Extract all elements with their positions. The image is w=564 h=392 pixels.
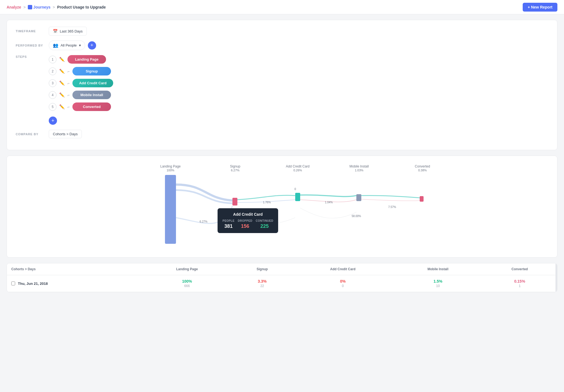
pct-signup: 6.27% <box>231 169 239 172</box>
compare-by-row: COMPARE BY Cohorts > Days <box>16 130 548 138</box>
step-edit-icon-4[interactable]: ✏️ <box>59 92 65 98</box>
td-converted: 0.15% 1 <box>482 275 557 292</box>
th-signup: Signup <box>232 263 292 275</box>
table-header-row: Cohorts > Days Landing Page Signup Add C… <box>7 263 557 275</box>
pct-converted: 0.38% <box>418 169 427 172</box>
pct-landing: 100% <box>167 169 174 172</box>
converted-pct: 0.15% <box>487 279 553 283</box>
timeframe-row: TIMEFRAME 📅 Last 365 Days <box>16 27 548 36</box>
step-edit-icon-5[interactable]: ✏️ <box>59 104 65 109</box>
bar-mobile <box>356 194 361 201</box>
flow-mobile-converted-1 <box>361 196 420 198</box>
main-content: TIMEFRAME 📅 Last 365 Days PERFORMED BY 👥… <box>0 14 564 298</box>
steps-container: 1 ✏️ Landing Page 2 ✏️ ⌐ Signup 3 ✏️ ⌐ A… <box>49 55 113 125</box>
calendar-icon: 📅 <box>53 29 58 33</box>
row-date: Thu, Jun 21, 2018 <box>18 282 48 286</box>
anno-4: 58.00% <box>352 215 361 218</box>
tooltip-people-value: 381 <box>223 223 235 229</box>
step-num-3: 3 <box>49 79 56 87</box>
add-filter-button[interactable]: + <box>88 41 96 50</box>
td-mobile: 1.5% 10 <box>394 275 482 292</box>
separator-1: > <box>23 5 26 9</box>
bar-converted <box>420 196 424 202</box>
tooltip-people-label: PEOPLE <box>223 219 235 222</box>
label-landing: Landing Page <box>160 164 181 168</box>
compare-by-button[interactable]: Cohorts > Days <box>49 130 82 138</box>
flow-main-1 <box>176 185 232 201</box>
funnel-chart: Landing Page 100% Signup 6.27% Add Credi… <box>13 163 551 251</box>
step-num-1: 1 <box>49 56 56 63</box>
steps-label: STEPS <box>16 55 49 58</box>
tooltip-dropped-label: DROPPED <box>238 219 253 222</box>
bar-credit <box>295 193 300 201</box>
pct-mobile: 1.03% <box>355 169 363 172</box>
th-credit: Add Credit Card <box>292 263 394 275</box>
performed-by-value: All People <box>61 43 77 47</box>
step-item-1: 1 ✏️ Landing Page <box>49 55 113 64</box>
row-checkbox[interactable] <box>11 282 15 285</box>
step-edit-icon-2[interactable]: ✏️ <box>59 69 65 74</box>
step-branch-icon-2[interactable]: ⌐ <box>67 69 70 74</box>
tooltip-dropped-value: 156 <box>238 223 253 229</box>
row-checkbox-container: Thu, Jun 21, 2018 <box>11 282 137 286</box>
credit-count: 0 <box>296 284 389 288</box>
anno-6: 6.27% <box>200 220 207 223</box>
signup-count: 22 <box>237 284 288 288</box>
people-icon: 👥 <box>53 43 58 48</box>
flow-signup-credit-1 <box>237 195 295 200</box>
bar-landing <box>165 175 176 244</box>
th-mobile: Mobile Install <box>394 263 482 275</box>
config-card: TIMEFRAME 📅 Last 365 Days PERFORMED BY 👥… <box>7 20 557 150</box>
step-num-4: 4 <box>49 91 56 99</box>
separator-2: > <box>53 5 55 9</box>
journeys-link[interactable]: Journeys <box>28 5 50 9</box>
timeframe-label: TIMEFRAME <box>16 29 49 33</box>
performed-by-button[interactable]: 👥 All People ▾ <box>49 40 85 50</box>
label-mobile: Mobile Install <box>349 164 369 168</box>
scrollbar[interactable] <box>555 263 557 292</box>
performed-by-row: PERFORMED BY 👥 All People ▾ + <box>16 40 548 50</box>
step-branch-icon-3[interactable]: ⌐ <box>67 81 70 85</box>
mobile-pct: 1.5% <box>398 279 478 283</box>
chevron-down-icon: ▾ <box>79 43 81 47</box>
analyze-link[interactable]: Analyze <box>7 5 21 9</box>
timeframe-button[interactable]: 📅 Last 365 Days <box>49 27 87 36</box>
td-signup: 3.3% 22 <box>232 275 292 292</box>
flow-mobile-converted-2 <box>361 199 420 201</box>
anno-1: 1.76% <box>263 201 271 204</box>
step-branch-icon-4[interactable]: ⌐ <box>67 93 70 97</box>
journeys-label: Journeys <box>33 5 50 9</box>
add-step-button[interactable]: + <box>49 117 57 125</box>
drop-line-2 <box>300 208 356 218</box>
journeys-icon <box>28 5 32 9</box>
tooltip-dropped: DROPPED 156 <box>238 219 253 229</box>
step-button-2[interactable]: Signup <box>72 67 111 75</box>
tooltip-people: PEOPLE 381 <box>223 219 235 229</box>
td-landing: 100% 666 <box>142 275 232 292</box>
step-button-3[interactable]: Add Credit Card <box>72 79 113 87</box>
breadcrumb: Analyze > Journeys > Product Usage to Up… <box>7 5 106 9</box>
new-report-button[interactable]: + New Report <box>523 3 557 12</box>
step-num-5: 5 <box>49 103 56 111</box>
step-button-5[interactable]: Converted <box>72 102 111 111</box>
page-title: Product Usage to Upgrade <box>57 5 106 9</box>
chart-card: Landing Page 100% Signup 6.27% Add Credi… <box>7 156 557 258</box>
table-card: Cohorts > Days Landing Page Signup Add C… <box>7 263 557 292</box>
step-branch-icon-5[interactable]: ⌐ <box>67 105 70 109</box>
step-button-4[interactable]: Mobile Install <box>72 91 111 99</box>
step-item-2: 2 ✏️ ⌐ Signup <box>49 67 113 75</box>
flow-credit-mobile-1 <box>300 195 356 197</box>
step-edit-icon-1[interactable]: ✏️ <box>59 57 65 62</box>
tooltip-row: PEOPLE 381 DROPPED 156 CONTINUED 225 <box>223 219 273 229</box>
step-button-1[interactable]: Landing Page <box>67 55 106 64</box>
anno-0: 0 <box>294 188 296 191</box>
performed-by-label: PERFORMED BY <box>16 44 49 47</box>
td-credit: 0% 0 <box>292 275 394 292</box>
tooltip-title: Add Credit Card <box>223 212 273 217</box>
step-item-4: 4 ✏️ ⌐ Mobile Install <box>49 91 113 99</box>
step-num-2: 2 <box>49 67 56 75</box>
th-landing: Landing Page <box>142 263 232 275</box>
anno-5: 7.57% <box>388 206 396 209</box>
top-nav: Analyze > Journeys > Product Usage to Up… <box>0 0 564 14</box>
step-edit-icon-3[interactable]: ✏️ <box>59 80 65 86</box>
